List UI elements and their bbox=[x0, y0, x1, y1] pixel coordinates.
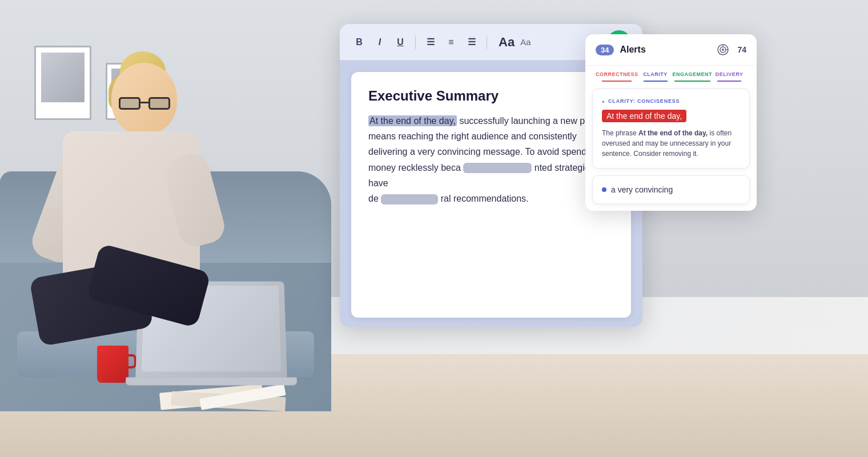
suggestion-card-1[interactable]: CLARITY: CONCISENESS At the end of the d… bbox=[592, 89, 750, 169]
bold-button[interactable]: B bbox=[351, 34, 367, 50]
alerts-badge: 34 bbox=[596, 45, 614, 55]
grammarly-ui: B I U ☰ ≡ ☰ Aa Aa G Executive Summary At… bbox=[340, 24, 740, 344]
body-text-3: de bbox=[368, 194, 379, 203]
tab-correctness[interactable]: CORRECTNESS bbox=[596, 71, 638, 82]
suggestion-description: The phrase At the end of the day, is oft… bbox=[602, 128, 740, 159]
suggestion-category: CLARITY: CONCISENESS bbox=[602, 98, 740, 104]
score-icon bbox=[717, 43, 729, 56]
separator-1 bbox=[415, 35, 416, 49]
suggestion-phrase: a very convincing bbox=[611, 185, 673, 194]
error-highlight: At the end of the day, bbox=[602, 110, 686, 122]
svg-point-2 bbox=[722, 49, 724, 51]
align-left-button[interactable]: ☰ bbox=[423, 34, 439, 50]
italic-button[interactable]: I bbox=[372, 34, 388, 50]
document-title: Executive Summary bbox=[368, 88, 614, 104]
suggestion-card-2[interactable]: a very convincing bbox=[592, 175, 750, 204]
tab-delivery[interactable]: DELIVERY bbox=[712, 71, 746, 82]
obscured-text-2 bbox=[381, 194, 438, 205]
category-tabs: CORRECTNESS CLARITY ENGAGEMENT DELIVERY bbox=[585, 66, 757, 82]
align-center-button[interactable]: ≡ bbox=[443, 34, 459, 50]
score-value: 74 bbox=[737, 45, 746, 54]
alerts-header: 34 Alerts 74 bbox=[585, 34, 757, 66]
separator-2 bbox=[487, 35, 487, 49]
suggestion-dot bbox=[602, 187, 606, 192]
highlighted-phrase: At the end of the day, bbox=[368, 115, 457, 126]
glasses bbox=[119, 97, 170, 111]
tab-clarity[interactable]: CLARITY bbox=[638, 71, 673, 82]
font-large[interactable]: Aa bbox=[499, 35, 515, 50]
underline-button[interactable]: U bbox=[392, 34, 408, 50]
font-small[interactable]: Aa bbox=[520, 37, 531, 47]
person-head bbox=[108, 63, 183, 143]
align-right-button[interactable]: ☰ bbox=[464, 34, 480, 50]
alerts-label: Alerts bbox=[620, 45, 711, 55]
obscured-text-1 bbox=[463, 163, 532, 173]
tab-engagement[interactable]: ENGAGEMENT bbox=[673, 71, 713, 82]
person bbox=[34, 63, 331, 406]
suggestions-panel: 34 Alerts 74 CORRECTNESS CLARITY ENGAGEM… bbox=[585, 34, 757, 211]
body-text-4: ral recommendations. bbox=[441, 194, 529, 203]
document-body[interactable]: At the end of the day, successfully laun… bbox=[368, 113, 614, 206]
